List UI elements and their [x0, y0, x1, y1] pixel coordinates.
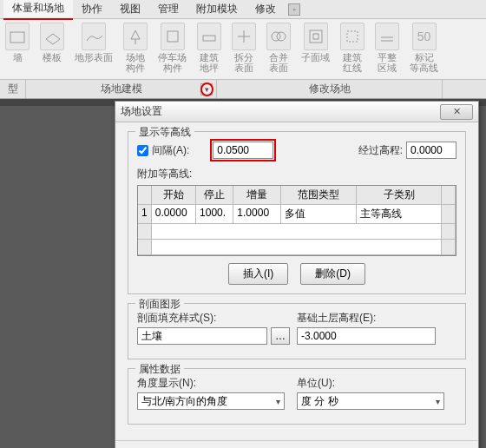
elev-label: 基础土层高程(E): — [297, 311, 456, 326]
label-contour-icon: 50 — [412, 23, 437, 50]
btn-wall[interactable]: 墙 — [0, 19, 35, 79]
tree-icon — [126, 27, 145, 46]
angle-label: 角度显示(N): — [137, 376, 297, 391]
tab-collaborate[interactable]: 协作 — [73, 0, 111, 19]
fill-browse-button[interactable]: … — [271, 327, 290, 345]
angle-dropdown[interactable]: 与北/南方向的角度 — [137, 392, 285, 410]
parking-icon — [163, 27, 182, 46]
property-group-title: 属性数据 — [135, 362, 184, 377]
btn-floor[interactable]: 楼板 — [35, 19, 69, 79]
btn-site-comp[interactable]: 场地 构件 — [118, 19, 153, 79]
btn-merge[interactable]: 合并 表面 — [261, 19, 296, 79]
col-stop: 停止 — [196, 186, 233, 205]
btn-split[interactable]: 拆分 表面 — [227, 19, 261, 79]
merge-icon — [269, 27, 288, 46]
col-inc: 增量 — [233, 186, 281, 205]
ribbon-groups: 型 场地建模▾ 修改场地 — [0, 80, 486, 99]
group-modify-site: 修改场地 — [217, 80, 443, 98]
ribbon-body: 墙 楼板 地形表面 场地 构件 停车场 构件 建筑 地坪 拆分 表面 合并 表面… — [0, 19, 486, 80]
interval-label: 间隔(A): — [152, 143, 189, 158]
fill-input[interactable] — [137, 327, 267, 345]
topo-icon — [84, 27, 103, 46]
section-group-title: 剖面图形 — [135, 297, 184, 312]
btn-propline[interactable]: 建筑 红线 — [335, 19, 370, 79]
btn-graded[interactable]: 平整 区域 — [370, 19, 404, 79]
dialog-footer: 确定 取消 应用 帮助(H) — [115, 440, 478, 448]
propline-icon — [343, 27, 362, 46]
close-button[interactable]: ✕ — [440, 104, 473, 120]
floor-icon — [43, 27, 62, 46]
additional-label: 附加等高线: — [137, 167, 456, 181]
delete-button[interactable]: 删除(D) — [300, 263, 365, 285]
wall-icon — [8, 27, 27, 46]
table-row[interactable]: 1 0.0000 1000. 1.0000 多值 主等高线 — [138, 205, 456, 224]
svg-rect-2 — [203, 36, 215, 41]
svg-rect-1 — [167, 31, 178, 42]
ribbon-tabs: 体量和场地 协作 视图 管理 附加模块 修改 ▫ — [0, 0, 486, 19]
tab-massing-site[interactable]: 体量和场地 — [3, 0, 73, 20]
contour-group-title: 显示等高线 — [135, 125, 194, 140]
btn-topo[interactable]: 地形表面 — [69, 19, 118, 79]
svg-rect-0 — [10, 32, 24, 43]
svg-point-3 — [272, 32, 280, 41]
svg-rect-6 — [313, 34, 319, 39]
btn-bldg-pad[interactable]: 建筑 地坪 — [192, 19, 227, 79]
contour-group: 显示等高线 间隔(A): 经过高程: 附加等高线: 开始 停止 增量 范围类型 … — [128, 131, 466, 294]
tab-modify[interactable]: 修改 — [246, 0, 285, 19]
col-sub: 子类别 — [357, 186, 442, 205]
svg-point-4 — [277, 32, 286, 41]
tab-end-icon[interactable]: ▫ — [288, 3, 300, 16]
tab-manage[interactable]: 管理 — [149, 0, 187, 19]
scrollbar[interactable] — [442, 205, 456, 224]
group-model: 型 — [0, 80, 26, 98]
dialog-titlebar[interactable]: 场地设置 ✕ — [115, 102, 478, 122]
btn-parking[interactable]: 停车场 构件 — [153, 19, 192, 79]
contour-table: 开始 停止 增量 范围类型 子类别 1 0.0000 1000. 1.0000 … — [137, 185, 456, 256]
elev-input[interactable] — [297, 327, 436, 345]
site-settings-dialog: 场地设置 ✕ 显示等高线 间隔(A): 经过高程: 附加等高线: 开始 停止 — [115, 101, 479, 448]
svg-rect-5 — [310, 30, 322, 43]
fill-label: 剖面填充样式(S): — [137, 311, 297, 326]
expand-site-model[interactable]: ▾ — [200, 83, 213, 96]
tab-addins[interactable]: 附加模块 — [187, 0, 246, 19]
section-group: 剖面图形 剖面填充样式(S): … 基础土层高程(E): — [128, 303, 466, 359]
property-group: 属性数据 角度显示(N): 与北/南方向的角度 单位(U): 度 分 秒 — [128, 368, 466, 425]
interval-checkbox[interactable] — [137, 145, 148, 156]
btn-label[interactable]: 50标记 等高线 — [404, 19, 443, 79]
btn-subregion[interactable]: 子面域 — [296, 19, 335, 79]
split-icon — [234, 27, 253, 46]
graded-icon — [378, 27, 397, 46]
chevron-down-icon: ▾ — [200, 82, 213, 96]
dialog-title: 场地设置 — [121, 104, 440, 119]
col-start: 开始 — [152, 186, 196, 205]
interval-input[interactable] — [213, 142, 273, 159]
insert-button[interactable]: 插入(I) — [228, 263, 288, 285]
tab-view[interactable]: 视图 — [111, 0, 149, 19]
subregion-icon — [306, 27, 325, 46]
pass-input[interactable] — [406, 142, 456, 159]
unit-label: 单位(U): — [297, 376, 456, 391]
unit-dropdown[interactable]: 度 分 秒 — [297, 392, 444, 410]
pad-icon — [200, 27, 219, 46]
col-range: 范围类型 — [281, 186, 356, 205]
group-site-model: 场地建模▾ — [26, 80, 217, 98]
pass-label: 经过高程: — [358, 143, 403, 158]
